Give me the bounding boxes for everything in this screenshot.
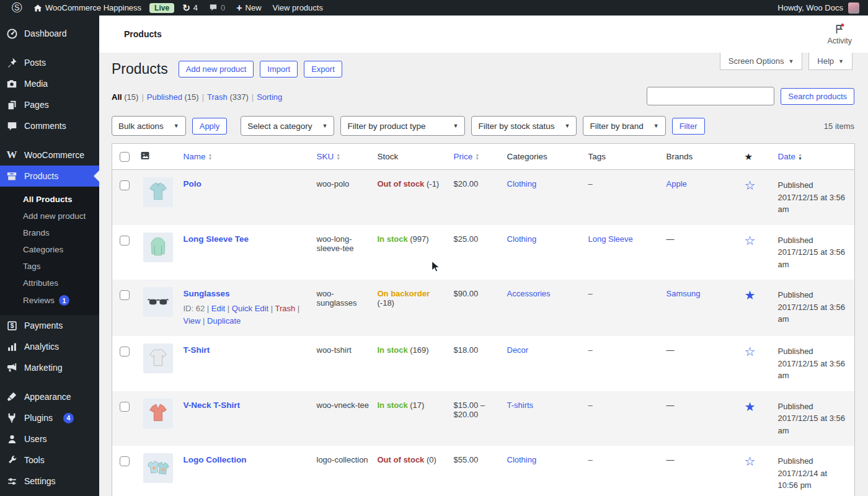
screen-options-button[interactable]: Screen Options▼ (720, 53, 803, 70)
duplicate-link[interactable]: Duplicate (207, 316, 241, 326)
category-link[interactable]: Clothing (507, 234, 537, 244)
brand-link[interactable]: Samsung (666, 289, 701, 298)
woocommerce-icon: W (6, 149, 18, 161)
sidebar-item-payments[interactable]: $ Payments (0, 315, 99, 336)
category-link[interactable]: T-shirts (507, 401, 534, 410)
sidebar-item-users[interactable]: Users (0, 428, 99, 450)
submenu-attributes[interactable]: Attributes (0, 275, 99, 291)
sidebar-item-analytics[interactable]: Analytics (0, 336, 99, 357)
view-published-link[interactable]: Published (147, 92, 182, 102)
product-thumbnail[interactable] (143, 177, 173, 207)
product-thumbnail[interactable] (143, 232, 173, 262)
trash-link[interactable]: Trash (275, 304, 295, 313)
tag-link[interactable]: Long Sleeve (588, 234, 633, 244)
featured-star-icon[interactable]: ☆ (745, 454, 756, 468)
row-checkbox[interactable] (120, 456, 130, 466)
sidebar-item-media[interactable]: Media (0, 73, 99, 94)
row-checkbox[interactable] (120, 236, 130, 246)
sidebar-item-pages[interactable]: Pages (0, 94, 99, 115)
table-nav: Bulk actions▼ Apply Select a category▼ F… (112, 116, 854, 136)
product-name-link[interactable]: Sunglasses (184, 289, 230, 298)
category-link[interactable]: Clothing (507, 455, 537, 464)
edit-link[interactable]: Edit (211, 304, 225, 313)
product-thumbnail[interactable] (143, 287, 173, 317)
select-all-checkbox[interactable] (120, 152, 130, 162)
submenu-brands[interactable]: Brands (0, 224, 99, 241)
category-link[interactable]: Decor (507, 345, 529, 355)
quick-edit-link[interactable]: Quick Edit (232, 304, 268, 313)
product-name-link[interactable]: Long Sleeve Tee (184, 234, 249, 244)
activity-button[interactable]: Activity (827, 23, 852, 45)
view-link[interactable]: View (184, 316, 201, 326)
featured-column-icon: ★ (745, 151, 753, 162)
publish-status: Published (778, 289, 849, 301)
filter-button[interactable]: Filter (672, 118, 705, 135)
row-checkbox[interactable] (120, 347, 130, 356)
sidebar-item-comments[interactable]: Comments (0, 115, 99, 136)
product-thumbnail[interactable] (143, 399, 173, 428)
search-input[interactable] (647, 87, 774, 105)
sidebar-item-dashboard[interactable]: Dashboard (0, 23, 99, 44)
view-all-link[interactable]: All (112, 92, 122, 102)
product-name-link[interactable]: T-Shirt (184, 345, 210, 355)
sidebar-item-plugins[interactable]: Plugins 4 (0, 407, 99, 428)
featured-star-icon[interactable]: ☆ (745, 345, 756, 358)
sunglasses-image (146, 290, 170, 314)
product-thumbnail[interactable] (143, 453, 173, 483)
submenu-categories[interactable]: Categories (0, 241, 99, 258)
add-new-product-button[interactable]: Add new product (179, 61, 254, 78)
sidebar-item-settings[interactable]: Settings (0, 471, 99, 492)
sort-by-sku-header[interactable]: SKU▲▼ (317, 144, 378, 170)
sidebar-item-marketing[interactable]: Marketing (0, 357, 99, 378)
featured-star-icon[interactable]: ☆ (745, 179, 756, 192)
user-avatar[interactable] (848, 2, 859, 14)
brand-filter-select[interactable]: Filter by brand▼ (583, 116, 665, 136)
product-type-filter-select[interactable]: Filter by product type▼ (340, 116, 465, 136)
submenu-add-new-product[interactable]: Add new product (0, 208, 99, 224)
submenu-all-products[interactable]: All Products (0, 191, 99, 208)
view-sorting-link[interactable]: Sorting (257, 92, 282, 102)
new-menu[interactable]: + New (231, 0, 267, 16)
product-name-link[interactable]: V-Neck T-Shirt (184, 401, 241, 410)
sort-by-name-header[interactable]: Name▲▼ (184, 144, 317, 170)
view-products-link[interactable]: View products (267, 0, 329, 16)
row-checkbox[interactable] (120, 180, 130, 190)
sidebar-item-tools[interactable]: Tools (0, 450, 99, 471)
product-name-link[interactable]: Logo Collection (184, 455, 247, 464)
submenu-tags[interactable]: Tags (0, 258, 99, 275)
comment-icon (6, 120, 18, 132)
view-trash-link[interactable]: Trash (207, 92, 228, 102)
tags-value: – (588, 455, 593, 464)
featured-star-icon[interactable]: ★ (745, 400, 756, 414)
category-link[interactable]: Clothing (507, 179, 537, 188)
sort-by-price-header[interactable]: Price▲▼ (454, 144, 507, 170)
row-checkbox[interactable] (120, 290, 130, 300)
featured-star-icon[interactable]: ☆ (745, 234, 756, 247)
sidebar-item-appearance[interactable]: Appearance (0, 386, 99, 407)
sort-by-date-header[interactable]: Date▲▼ (778, 144, 855, 170)
stock-status-filter-select[interactable]: Filter by stock status▼ (471, 116, 577, 136)
howdy-text[interactable]: Howdy, Woo Docs (777, 3, 843, 12)
featured-star-icon[interactable]: ★ (745, 288, 756, 302)
bulk-actions-select[interactable]: Bulk actions▼ (112, 116, 186, 136)
search-products-button[interactable]: Search products (781, 88, 854, 105)
brand-link[interactable]: Apple (666, 179, 687, 188)
product-name-link[interactable]: Polo (184, 179, 202, 188)
updates-menu[interactable]: ↻ 4 (177, 0, 203, 16)
sidebar-item-woocommerce[interactable]: W WooCommerce (0, 144, 99, 166)
sidebar-item-posts[interactable]: Posts (0, 52, 99, 73)
product-thumbnail[interactable] (143, 343, 173, 373)
apply-button[interactable]: Apply (192, 118, 228, 135)
site-menu[interactable]: WooCommerce Happiness (28, 0, 147, 16)
export-button[interactable]: Export (304, 61, 342, 78)
category-link[interactable]: Accessories (507, 289, 551, 298)
category-filter-select[interactable]: Select a category▼ (241, 116, 334, 136)
row-checkbox[interactable] (120, 402, 130, 412)
comments-menu[interactable]: 0 (203, 0, 231, 16)
brand-value: — (666, 401, 675, 410)
import-button[interactable]: Import (260, 61, 298, 78)
sidebar-item-products[interactable]: Products (0, 166, 99, 187)
help-button[interactable]: Help▼ (808, 53, 852, 70)
wordpress-logo-icon[interactable]: Ⓢ (6, 0, 28, 16)
submenu-reviews[interactable]: Reviews 1 (0, 291, 99, 309)
